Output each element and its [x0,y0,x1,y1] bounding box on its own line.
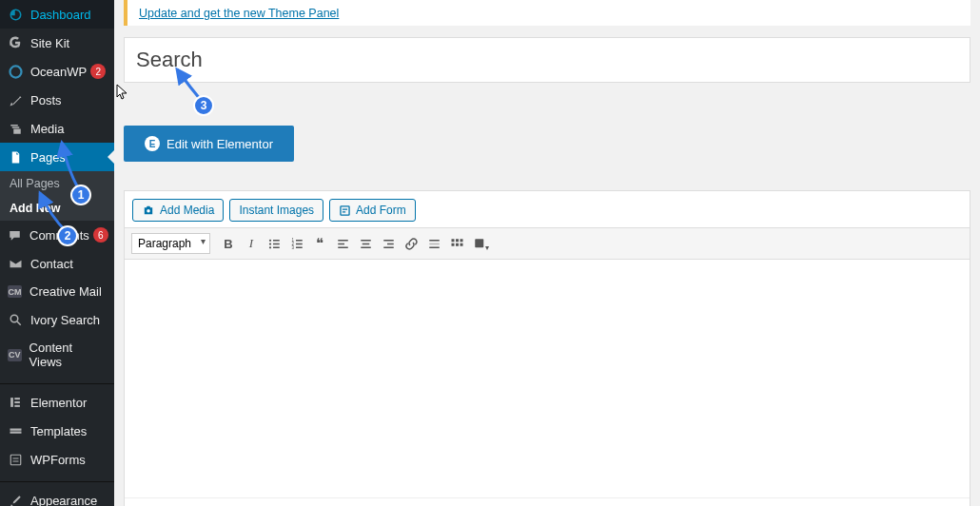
svg-rect-5 [14,405,20,407]
camera-icon [142,204,155,217]
page-icon [8,149,23,165]
button-label: Instant Images [239,204,314,217]
menu-label: Posts [30,93,62,107]
svg-rect-22 [338,240,348,242]
page-title-input[interactable] [124,37,970,83]
svg-rect-32 [429,243,440,244]
sidebar-item-ivory-search[interactable]: Ivory Search [0,305,114,334]
menu-label: Appearance [30,494,97,507]
sidebar-item-elementor[interactable]: Elementor [0,388,114,417]
svg-rect-6 [10,455,21,465]
sidebar-item-media[interactable]: Media [0,114,114,143]
svg-rect-34 [451,239,454,242]
edit-with-elementor-button[interactable]: E Edit with Elementor [124,126,294,162]
sidebar-item-content-views[interactable]: CV Content Views [0,334,114,376]
svg-point-1 [10,315,18,322]
pin-icon [8,92,23,107]
blockquote-button[interactable]: ❝ [309,233,330,254]
svg-point-12 [268,243,270,244]
svg-rect-28 [383,240,394,242]
add-form-button[interactable]: Add Form [329,199,416,222]
sidebar-item-sitekit[interactable]: Site Kit [0,29,114,57]
sidebar-item-oceanwp[interactable]: OceanWP 2 [0,57,114,86]
sidebar-item-comments[interactable]: Comments 6 [0,221,114,249]
menu-label: Dashboard [30,8,91,22]
sidebar-item-creative-mail[interactable]: CM Creative Mail [0,278,114,305]
editor-canvas[interactable] [125,260,970,497]
italic-button[interactable]: I [241,233,262,254]
svg-rect-11 [273,240,280,242]
svg-rect-38 [456,243,459,245]
update-badge: 2 [90,64,106,79]
oceanwp-icon [8,64,23,79]
brush-icon [8,493,23,506]
sidebar-item-dashboard[interactable]: Dashboard [0,0,114,29]
toolbar-toggle-button[interactable] [446,233,467,254]
menu-label: Content Views [29,341,107,369]
button-label: Edit with Elementor [167,137,273,151]
svg-point-8 [147,209,150,213]
pages-submenu: All Pages Add New [0,171,114,221]
comment-icon [8,227,22,243]
align-right-button[interactable] [378,233,399,254]
align-left-button[interactable] [332,233,353,254]
instant-images-button[interactable]: Instant Images [229,199,323,222]
format-select[interactable]: Paragraph [131,233,210,254]
sidebar-item-appearance[interactable]: Appearance [0,486,114,506]
submenu-all-pages[interactable]: All Pages [0,171,114,196]
comments-badge: 6 [93,227,108,243]
svg-rect-4 [14,401,20,403]
dashboard-icon [8,7,23,22]
google-icon [8,35,23,50]
menu-label: Ivory Search [30,313,100,327]
bullet-list-button[interactable] [264,233,284,254]
svg-rect-19 [296,243,303,244]
menu-label: Media [30,122,64,136]
notice-link[interactable]: Update and get the new Theme Panel [139,7,339,20]
menu-label: Pages [30,150,66,165]
svg-rect-36 [460,239,462,242]
menu-label: OceanWP [30,65,87,79]
button-label: Add Media [160,204,214,217]
align-center-button[interactable] [355,233,376,254]
svg-rect-31 [429,240,440,242]
svg-rect-2 [10,398,13,407]
menu-label: Contact [30,257,73,271]
sidebar-item-pages[interactable]: Pages [0,143,114,171]
elementor-icon [8,395,23,410]
svg-rect-13 [273,243,280,244]
svg-rect-3 [14,398,20,399]
sidebar-item-contact[interactable]: Contact [0,249,114,278]
cv-icon: CV [8,349,22,361]
add-media-button[interactable]: Add Media [132,199,224,222]
svg-rect-39 [460,243,462,245]
svg-rect-27 [361,246,371,248]
cm-icon: CM [8,285,22,298]
insert-more-button[interactable] [423,233,444,254]
svg-rect-40 [475,239,483,247]
admin-notice: Update and get the new Theme Panel [124,0,970,26]
menu-label: Creative Mail [29,284,102,299]
svg-rect-9 [341,205,349,214]
svg-rect-25 [361,240,371,242]
button-label: Add Form [356,204,406,217]
sidebar-item-templates[interactable]: Templates [0,417,114,445]
svg-rect-15 [273,246,280,248]
add-block-button[interactable]: ▾ [469,233,490,254]
admin-sidebar: Dashboard Site Kit OceanWP 2 Posts Media… [0,0,114,506]
svg-rect-35 [456,239,459,242]
sidebar-item-wpforms[interactable]: WPForms [0,445,114,474]
numbered-list-button[interactable]: 123 [286,233,307,254]
submenu-add-new[interactable]: Add New [0,196,114,221]
editor-toolbar: Paragraph B I 123 ❝ ▾ [125,227,970,260]
elementor-circle-icon: E [145,136,160,151]
form-icon [339,204,351,217]
classic-editor: Add Media Instant Images Add Form Paragr… [124,190,970,506]
sidebar-item-posts[interactable]: Posts [0,86,114,114]
bold-button[interactable]: B [218,233,239,254]
link-button[interactable] [401,233,421,254]
menu-label: Site Kit [30,36,69,50]
svg-point-0 [10,66,21,77]
svg-rect-24 [338,246,348,248]
search-icon [8,312,23,327]
